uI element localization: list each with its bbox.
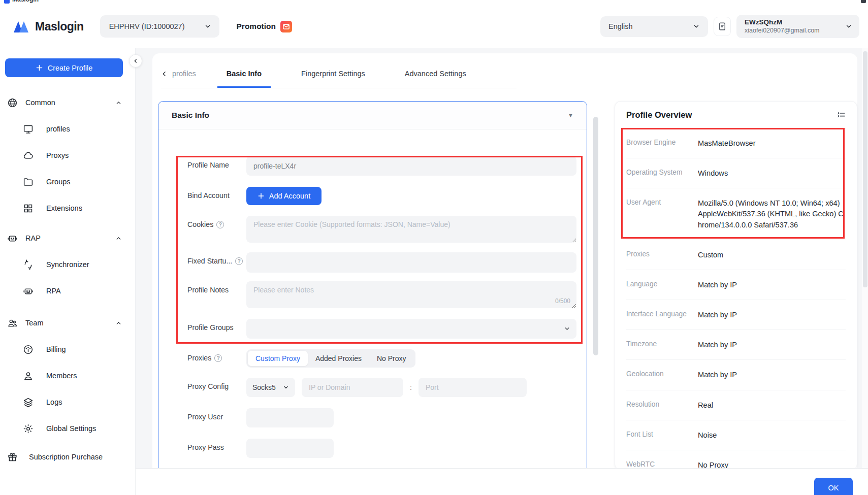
- sidebar-item-profiles[interactable]: profiles: [0, 116, 135, 142]
- proxies-label: Proxies ?: [187, 349, 246, 362]
- sidebar-section-team[interactable]: Team: [0, 310, 135, 336]
- sidebar-item-label: Global Settings: [46, 424, 96, 433]
- sidebar-item-label: Extensions: [46, 204, 82, 212]
- page-scrollbar-thumb[interactable]: [863, 51, 867, 287]
- back-to-profiles[interactable]: profiles: [161, 65, 196, 88]
- grid-icon: [23, 203, 34, 214]
- ok-button[interactable]: OK: [814, 478, 853, 495]
- main-scrollbar-thumb[interactable]: [593, 117, 598, 355]
- add-account-button[interactable]: Add Account: [246, 187, 322, 205]
- promotion-envelope-icon: [280, 21, 292, 32]
- tab-bar: profiles Basic Info Fingerprint Settings…: [161, 65, 517, 88]
- create-profile-label: Create Profile: [48, 64, 93, 72]
- workspace-selector[interactable]: EHPHRV (ID:1000027): [100, 15, 219, 38]
- sidebar-item-synchronizer[interactable]: Synchronizer: [0, 251, 135, 278]
- team-icon: [7, 318, 18, 328]
- sidebar-item-label: Logs: [46, 398, 62, 406]
- sidebar-item-label: Synchronizer: [46, 260, 89, 269]
- basic-info-panel-header[interactable]: Basic Info ▼: [158, 102, 587, 129]
- promotion-label: Promotion: [237, 22, 276, 31]
- plus-icon: [36, 64, 43, 72]
- profile-groups-select[interactable]: [246, 319, 576, 339]
- notes-char-counter: 0/500: [555, 298, 570, 305]
- profile-name-row: Profile Name: [187, 156, 587, 176]
- help-icon[interactable]: ?: [214, 354, 222, 362]
- language-selector[interactable]: English: [600, 16, 708, 37]
- sidebar-item-members[interactable]: Members: [0, 362, 135, 389]
- chevron-up-icon: [115, 100, 122, 106]
- monitor-icon: [23, 124, 34, 135]
- profile-groups-label: Profile Groups: [187, 319, 246, 332]
- sidebar-section-rap[interactable]: RAP: [0, 225, 135, 251]
- gauge-icon: [23, 344, 34, 355]
- proxy-host-input[interactable]: [302, 378, 403, 397]
- document-icon: [718, 22, 727, 31]
- sidebar-item-billing[interactable]: Billing: [0, 336, 135, 362]
- footer-bar: OK: [136, 468, 868, 495]
- profile-name-input[interactable]: [246, 156, 576, 176]
- proxy-mode-segmented-control: Custom Proxy Added Proxies No Proxy: [246, 349, 415, 368]
- profile-overview-panel: Profile Overview Browser Engine MasMateB…: [615, 101, 857, 470]
- sidebar-item-logs[interactable]: Logs: [0, 389, 135, 415]
- docs-button[interactable]: [714, 17, 731, 36]
- overview-row-user-agent: User Agent Mozilla/5.0 (Windows NT 10.0;…: [626, 188, 846, 240]
- sidebar-item-subscription-purchase[interactable]: Subscription Purchase: [0, 444, 135, 470]
- profile-notes-textarea[interactable]: [246, 281, 576, 308]
- workspace-label: EHPHRV (ID:1000027): [109, 22, 185, 30]
- proxy-mode-added[interactable]: Added Proxies: [308, 351, 369, 366]
- window-control-icon: [861, 0, 866, 3]
- sidebar-item-label: Groups: [46, 178, 71, 186]
- tab-basic-info[interactable]: Basic Info: [217, 65, 271, 88]
- proxy-user-input[interactable]: [246, 408, 334, 427]
- overview-row-webrtc: WebRTC No Proxy: [626, 450, 846, 470]
- promotion-link[interactable]: Promotion: [237, 21, 293, 32]
- sidebar-item-proxys[interactable]: Proxys: [0, 142, 135, 169]
- folder-icon: [23, 177, 34, 187]
- collapse-caret-icon[interactable]: ▼: [568, 112, 573, 118]
- create-profile-button[interactable]: Create Profile: [5, 58, 123, 77]
- list-collapse-icon[interactable]: [837, 111, 846, 119]
- overview-row-font-list: Font List Noise: [626, 420, 846, 450]
- layers-icon: [23, 397, 34, 408]
- brand-logo[interactable]: Maslogin: [13, 19, 84, 34]
- account-menu[interactable]: EWzSQhzM xiaofei020907@gmail.com: [736, 15, 859, 38]
- sidebar-item-extensions[interactable]: Extensions: [0, 195, 135, 221]
- sidebar-section-common[interactable]: Common: [0, 89, 135, 116]
- gear-icon: [23, 423, 34, 434]
- globe-icon: [7, 97, 18, 108]
- host-port-separator: :: [410, 383, 412, 391]
- fixed-startup-input[interactable]: [246, 252, 576, 273]
- chevron-left-icon: [161, 71, 168, 77]
- sidebar-item-global-settings[interactable]: Global Settings: [0, 415, 135, 442]
- sidebar-item-groups[interactable]: Groups: [0, 169, 135, 195]
- profile-notes-label: Profile Notes: [187, 281, 246, 294]
- sidebar-item-label: Billing: [46, 345, 66, 353]
- chevron-up-icon: [115, 235, 122, 242]
- sidebar-item-label: profiles: [46, 125, 70, 133]
- overview-row-timezone: Timezone Match by IP: [626, 330, 846, 360]
- sidebar-item-rpa[interactable]: RPA: [0, 278, 135, 304]
- sync-icon: [23, 259, 34, 270]
- cookies-row: Cookies ?: [187, 216, 587, 243]
- overview-row-proxies: Proxies Custom: [626, 240, 846, 270]
- help-icon[interactable]: ?: [216, 221, 224, 228]
- basic-info-panel: Basic Info ▼ Profile Name Bind Account: [158, 101, 587, 468]
- sidebar-collapse-button[interactable]: [129, 54, 142, 68]
- proxy-protocol-select[interactable]: Socks5: [246, 378, 295, 397]
- basic-info-form: Profile Name Bind Account Add Account: [158, 129, 587, 458]
- proxy-mode-custom[interactable]: Custom Proxy: [248, 351, 308, 366]
- sidebar: Create Profile Common profiles: [0, 48, 136, 495]
- proxy-mode-none[interactable]: No Proxy: [369, 351, 414, 366]
- profile-name-label: Profile Name: [187, 156, 246, 169]
- proxy-port-input[interactable]: [419, 378, 527, 397]
- language-label: English: [608, 22, 633, 30]
- overview-row-geolocation: Geolocation Match by IP: [626, 360, 846, 390]
- tab-advanced-settings[interactable]: Advanced Settings: [396, 65, 475, 88]
- help-icon[interactable]: ?: [235, 257, 243, 265]
- proxy-pass-input[interactable]: [246, 439, 334, 458]
- maslogin-logo-icon: [13, 19, 30, 34]
- chevron-down-icon: [204, 23, 211, 30]
- robot-icon: [7, 233, 18, 244]
- cookies-textarea[interactable]: [246, 216, 576, 243]
- tab-fingerprint-settings[interactable]: Fingerprint Settings: [292, 65, 374, 88]
